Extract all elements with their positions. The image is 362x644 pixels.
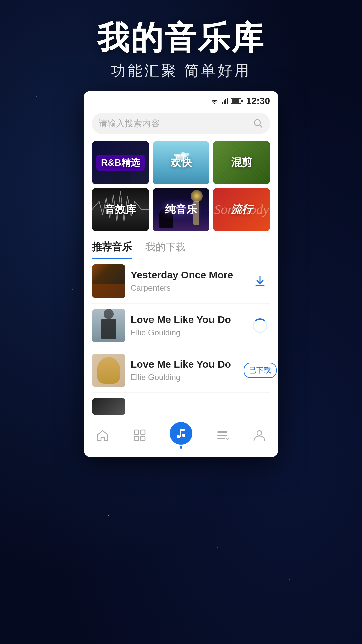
song-thumb-2 xyxy=(92,309,125,342)
song-item-4-partial xyxy=(92,393,270,415)
song-title-2: Love Me Like You Do xyxy=(131,314,245,325)
status-time: 12:30 xyxy=(246,96,270,106)
category-item-happy[interactable]: 欢快 xyxy=(153,141,210,184)
tab-section: 推荐音乐 我的下载 xyxy=(84,237,278,259)
svg-point-14 xyxy=(177,435,180,438)
sub-title: 功能汇聚 简单好用 xyxy=(0,61,362,81)
song-thumb-1 xyxy=(92,264,125,298)
category-item-sfx[interactable]: 音效库 xyxy=(92,188,149,231)
song-list: Yesterday Once More Carpenters xyxy=(84,259,278,415)
main-title: 我的音乐库 xyxy=(0,20,362,56)
svg-rect-2 xyxy=(225,99,226,104)
category-label-rnb: R&B精选 xyxy=(92,141,149,184)
svg-rect-1 xyxy=(224,100,225,104)
song-info-1: Yesterday Once More Carpenters xyxy=(131,269,245,293)
music-nav-dot xyxy=(180,446,182,449)
downloaded-badge-3[interactable]: 已下载 xyxy=(244,363,277,378)
song-item-1: Yesterday Once More Carpenters xyxy=(92,259,270,304)
battery-icon xyxy=(231,98,241,104)
nav-item-list[interactable] xyxy=(208,426,236,445)
svg-rect-10 xyxy=(134,430,139,434)
user-icon xyxy=(252,428,267,443)
status-icons xyxy=(210,98,241,104)
category-label-pop: 流行 xyxy=(213,188,270,231)
search-bar[interactable]: 请输入搜索内容 xyxy=(92,113,270,134)
music-icon xyxy=(170,422,192,445)
song-thumb-3 xyxy=(92,354,125,387)
wifi-icon xyxy=(210,98,219,104)
tabs: 推荐音乐 我的下载 xyxy=(92,240,270,259)
app-frame: 12:30 请输入搜索内容 R&B精选 xyxy=(84,91,278,457)
nav-item-grid[interactable] xyxy=(126,426,154,445)
svg-line-5 xyxy=(260,125,262,127)
song-item-3: Love Me Like You Do Ellie Goulding 已下载 xyxy=(92,348,270,393)
nav-item-home[interactable] xyxy=(88,426,117,445)
song-item-2: Love Me Like You Do Ellie Goulding xyxy=(92,304,270,348)
bottom-nav xyxy=(84,415,278,457)
svg-point-22 xyxy=(257,431,262,435)
nav-item-music[interactable] xyxy=(163,420,199,451)
nav-item-user[interactable] xyxy=(245,426,274,445)
song-info-3: Love Me Like You Do Ellie Goulding xyxy=(131,359,245,382)
song-artist-3: Ellie Goulding xyxy=(131,373,245,382)
search-placeholder-text: 请输入搜索内容 xyxy=(99,118,249,129)
search-icon[interactable] xyxy=(253,118,263,129)
category-item-rnb[interactable]: R&B精选 xyxy=(92,141,149,184)
svg-rect-0 xyxy=(222,102,223,104)
signal-icon xyxy=(222,98,228,104)
home-icon xyxy=(95,428,110,443)
tab-downloads[interactable]: 我的下载 xyxy=(145,240,186,259)
song-artist-1: Carpenters xyxy=(131,283,245,293)
grid-icon xyxy=(132,428,147,443)
svg-rect-13 xyxy=(141,436,145,441)
svg-rect-12 xyxy=(134,436,139,441)
category-item-pop[interactable]: Somebody 流行 xyxy=(213,188,270,231)
header-area: 我的音乐库 功能汇聚 简单好用 xyxy=(0,0,362,91)
download-icon-1[interactable] xyxy=(253,274,267,288)
category-item-pure[interactable]: 纯音乐 xyxy=(153,188,210,231)
svg-rect-11 xyxy=(141,430,145,434)
loading-spinner-2 xyxy=(253,318,267,333)
category-label-mix: 混剪 xyxy=(213,141,270,184)
category-label-sfx: 音效库 xyxy=(92,188,149,231)
svg-rect-3 xyxy=(227,98,228,104)
song-title-1: Yesterday Once More xyxy=(131,269,245,281)
song-thumb-4-partial xyxy=(92,398,125,415)
song-info-2: Love Me Like You Do Ellie Goulding xyxy=(131,314,245,337)
song-artist-2: Ellie Goulding xyxy=(131,328,245,337)
svg-point-15 xyxy=(182,434,185,437)
search-section: 请输入搜索内容 xyxy=(84,110,278,141)
song-action-2 xyxy=(250,318,270,333)
song-title-3: Love Me Like You Do xyxy=(131,359,245,370)
tab-recommend[interactable]: 推荐音乐 xyxy=(92,240,132,259)
category-label-pure: 纯音乐 xyxy=(153,188,210,231)
category-label-happy: 欢快 xyxy=(153,141,210,184)
category-grid: R&B精选 欢快 混剪 xyxy=(84,141,278,237)
svg-rect-19 xyxy=(217,435,227,436)
status-bar: 12:30 xyxy=(84,91,278,110)
list-icon xyxy=(215,428,230,443)
svg-rect-18 xyxy=(217,431,227,433)
svg-rect-17 xyxy=(180,429,185,431)
category-item-mix[interactable]: 混剪 xyxy=(213,141,270,184)
song-action-1[interactable] xyxy=(250,274,270,288)
song-action-3[interactable]: 已下载 xyxy=(250,363,270,378)
